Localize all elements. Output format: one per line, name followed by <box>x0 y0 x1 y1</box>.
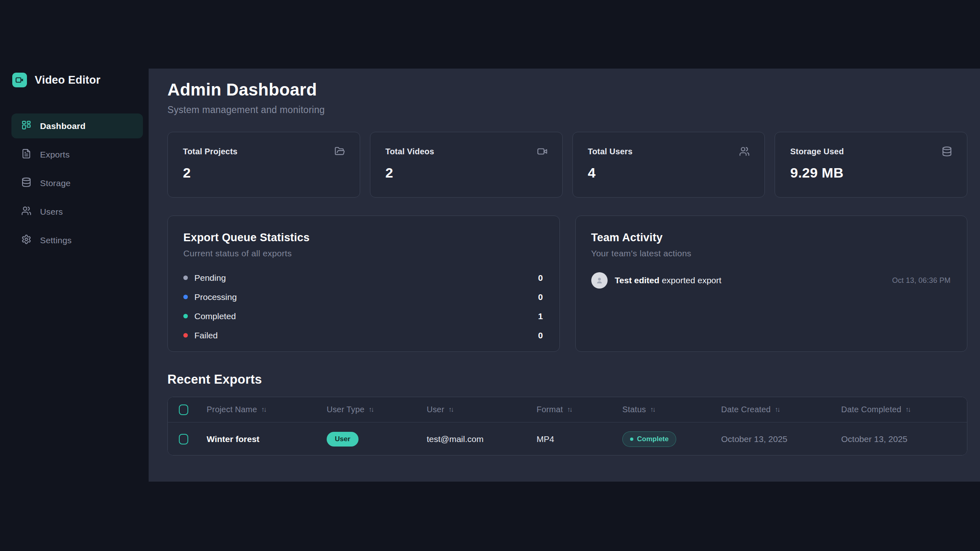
cell-user-type: User <box>327 432 427 447</box>
user-type-badge: User <box>327 432 359 447</box>
column-header-project-name[interactable]: Project Name ↑↓ <box>207 405 327 414</box>
sidebar-item-users[interactable]: Users <box>11 199 143 224</box>
cell-status: Complete <box>622 431 721 447</box>
panels-row: Export Queue Statistics Current status o… <box>167 216 967 352</box>
cell-user-email: test@mail.com <box>427 434 537 444</box>
activity-action: Test edited <box>615 276 659 285</box>
video-camera-icon <box>537 146 548 157</box>
stat-value: 9.29 MB <box>790 165 952 181</box>
row-checkbox[interactable] <box>179 434 188 444</box>
recent-exports-title: Recent Exports <box>167 372 967 387</box>
file-text-icon <box>21 149 31 160</box>
stat-value: 2 <box>385 165 548 181</box>
queue-value: 0 <box>538 331 543 340</box>
brand: Video Editor <box>11 73 143 87</box>
sort-icon: ↑↓ <box>567 406 573 414</box>
queue-row-pending: Pending 0 <box>183 268 543 287</box>
cell-project-name: Winter forest <box>207 434 327 444</box>
sidebar-item-exports[interactable]: Exports <box>11 142 143 167</box>
stat-card-storage-used: Storage Used 9.29 MB <box>775 132 967 198</box>
app-title: Video Editor <box>35 74 100 87</box>
sort-icon: ↑↓ <box>775 406 780 414</box>
panel-subtitle: Your team's latest actions <box>591 249 951 258</box>
status-badge: Complete <box>622 431 676 447</box>
sidebar-item-dashboard[interactable]: Dashboard <box>11 113 143 138</box>
stat-value: 2 <box>183 165 345 181</box>
cell-format: MP4 <box>537 434 622 444</box>
failed-status-dot <box>183 333 188 338</box>
folder-open-icon <box>334 146 345 157</box>
recent-exports-table: Project Name ↑↓ User Type ↑↓ User ↑↓ For… <box>167 397 967 455</box>
panel-title: Export Queue Statistics <box>183 231 543 244</box>
sort-icon: ↑↓ <box>369 406 374 414</box>
page-title: Admin Dashboard <box>167 80 967 100</box>
stat-label: Total Projects <box>183 147 238 156</box>
stats-row: Total Projects 2 Total Videos <box>167 132 967 198</box>
queue-row-processing: Processing 0 <box>183 287 543 307</box>
completed-status-dot <box>183 314 188 318</box>
activity-text: Test edited exported export <box>615 276 722 285</box>
queue-label: Pending <box>194 273 226 283</box>
cell-date-completed: October 13, 2025 <box>841 434 967 444</box>
stat-card-total-videos: Total Videos 2 <box>370 132 563 198</box>
export-queue-panel: Export Queue Statistics Current status o… <box>167 216 560 352</box>
avatar <box>591 272 608 289</box>
column-header-date-created[interactable]: Date Created ↑↓ <box>721 405 841 414</box>
sidebar-item-label: Storage <box>40 178 71 188</box>
app-root: Video Editor Dashboard <box>0 0 980 551</box>
page-subtitle: System management and monitoring <box>167 104 967 116</box>
queue-list: Pending 0 Processing 0 Completed 1 <box>183 268 543 345</box>
sidebar-nav: Dashboard Exports <box>11 113 143 253</box>
gear-icon <box>21 234 31 246</box>
sidebar-item-label: Settings <box>40 236 71 245</box>
column-header-status[interactable]: Status ↑↓ <box>622 405 721 414</box>
column-header-date-completed[interactable]: Date Completed ↑↓ <box>841 405 967 414</box>
sidebar-item-label: Exports <box>40 150 70 160</box>
queue-row-failed: Failed 0 <box>183 326 543 345</box>
column-header-user[interactable]: User ↑↓ <box>427 405 537 414</box>
sidebar-item-label: Users <box>40 207 63 217</box>
stat-label: Total Users <box>588 147 633 156</box>
stat-label: Total Videos <box>385 147 434 156</box>
database-icon <box>21 177 31 189</box>
layout-dashboard-icon <box>21 120 31 132</box>
sidebar-item-settings[interactable]: Settings <box>11 228 143 253</box>
users-icon <box>21 206 31 218</box>
activity-item: Test edited exported export Oct 13, 06:3… <box>591 272 951 289</box>
queue-label: Completed <box>194 311 236 321</box>
queue-label: Failed <box>194 331 218 340</box>
cell-date-created: October 13, 2025 <box>721 434 841 444</box>
queue-value: 0 <box>538 273 543 283</box>
queue-row-completed: Completed 1 <box>183 307 543 326</box>
column-header-user-type[interactable]: User Type ↑↓ <box>327 405 427 414</box>
processing-status-dot <box>183 295 188 299</box>
pending-status-dot <box>183 276 188 280</box>
activity-detail: exported export <box>662 276 722 285</box>
row-checkbox-cell <box>168 434 207 444</box>
queue-label: Processing <box>194 292 237 302</box>
video-camera-logo-icon <box>12 73 27 87</box>
table-row[interactable]: Winter forest User test@mail.com MP4 Com… <box>168 422 967 455</box>
sort-icon: ↑↓ <box>905 406 911 414</box>
sidebar-item-label: Dashboard <box>40 121 86 131</box>
sidebar: Video Editor Dashboard <box>0 0 149 551</box>
status-dot <box>630 438 633 441</box>
header-checkbox-cell <box>168 404 207 415</box>
stat-card-total-projects: Total Projects 2 <box>167 132 360 198</box>
column-header-format[interactable]: Format ↑↓ <box>537 405 622 414</box>
stat-card-total-users: Total Users 4 <box>572 132 765 198</box>
users-icon <box>739 146 750 157</box>
database-icon <box>942 146 952 157</box>
stat-label: Storage Used <box>790 147 844 156</box>
sidebar-item-storage[interactable]: Storage <box>11 171 143 196</box>
select-all-checkbox[interactable] <box>179 404 188 415</box>
table-header-row: Project Name ↑↓ User Type ↑↓ User ↑↓ For… <box>168 397 967 422</box>
queue-value: 0 <box>538 292 543 302</box>
queue-value: 1 <box>538 311 543 321</box>
team-activity-panel: Team Activity Your team's latest actions… <box>575 216 968 352</box>
activity-timestamp: Oct 13, 06:36 PM <box>892 276 951 285</box>
sort-icon: ↑↓ <box>261 406 267 414</box>
sort-icon: ↑↓ <box>650 406 656 414</box>
sort-icon: ↑↓ <box>448 406 454 414</box>
main-content: Admin Dashboard System management and mo… <box>149 69 980 482</box>
